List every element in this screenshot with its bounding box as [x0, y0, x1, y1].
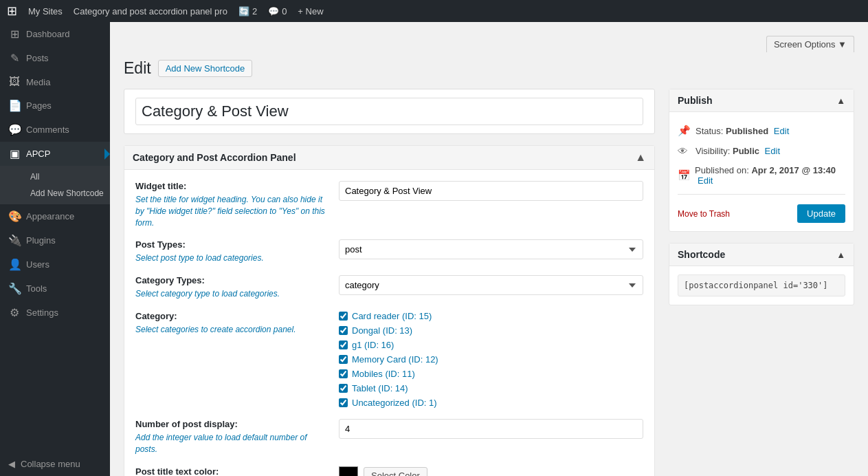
category-desc: Select categories to create accordion pa… — [135, 324, 328, 336]
apcp-arrow — [104, 149, 110, 160]
status-icon: 📌 — [678, 125, 691, 137]
category-types-select[interactable]: category tag custom — [339, 275, 643, 295]
publish-box-title: Publish — [678, 95, 713, 106]
users-icon: 👤 — [8, 258, 21, 271]
post-title-color-button[interactable]: Select Color — [364, 467, 427, 476]
publish-visibility-value: Public — [733, 146, 759, 156]
publish-date-row: 📅 Published on: Apr 2, 2017 @ 13:40 Edit — [678, 161, 845, 190]
shortcode-box-body: [postaccordionpanel id='330'] — [669, 266, 854, 305]
pages-icon: 📄 — [8, 99, 21, 112]
update-button[interactable]: Update — [797, 204, 845, 223]
sidebar-item-comments[interactable]: 💬 Comments — [0, 118, 110, 142]
accordion-panel-box: Category and Post Accordion Panel ▲ Widg… — [124, 145, 655, 476]
post-types-label-col: Post Types: Select post type to load cat… — [135, 239, 328, 264]
post-types-select[interactable]: post page custom — [339, 239, 643, 259]
apcp-icon: ▣ — [8, 147, 21, 160]
category-label-16[interactable]: g1 (ID: 16) — [352, 340, 394, 350]
widget-title-desc: Set the title for widget heading. You ca… — [135, 194, 328, 228]
sidebar-label-pages: Pages — [26, 100, 52, 111]
publish-date-edit[interactable]: Edit — [698, 175, 713, 186]
sidebar-item-media[interactable]: 🖼 Media — [0, 70, 110, 94]
category-label-14[interactable]: Tablet (ID: 14) — [352, 383, 408, 393]
screen-options-button[interactable]: Screen Options ▼ — [766, 36, 854, 52]
publish-visibility-label: Visibility: Public Edit — [695, 146, 780, 156]
category-checkbox-1[interactable] — [339, 398, 348, 407]
sidebar-sub-apcp: All Add New Shortcode — [0, 166, 110, 204]
move-to-trash-link[interactable]: Move to Trash — [678, 209, 730, 219]
category-checkbox-16[interactable] — [339, 340, 348, 349]
panel-box-body: Widget title: Set the title for widget h… — [124, 170, 654, 476]
page-title: Edit — [124, 59, 151, 78]
sidebar-item-settings[interactable]: ⚙ Settings — [0, 301, 110, 325]
post-types-desc: Select post type to load categories. — [135, 252, 328, 264]
sidebar-label-apcp: APCP — [26, 149, 50, 159]
category-label-11[interactable]: Mobiles (ID: 11) — [352, 369, 415, 379]
visibility-icon: 👁 — [678, 145, 691, 157]
post-title-color-swatch[interactable] — [339, 466, 358, 476]
content-sidebar: Publish ▲ 📌 Status: Published Edit 👁 — [669, 89, 854, 316]
publish-actions: Move to Trash Update — [678, 199, 845, 223]
sidebar-item-tools[interactable]: 🔧 Tools — [0, 277, 110, 301]
category-label-13[interactable]: Dongal (ID: 13) — [352, 325, 412, 336]
panel-toggle-icon: ▲ — [635, 151, 646, 164]
sidebar-item-dashboard[interactable]: ⊞ Dashboard — [0, 22, 110, 46]
posts-icon: ✎ — [8, 52, 21, 65]
category-label-15[interactable]: Card reader (ID: 15) — [352, 311, 432, 321]
num-posts-label-col: Number of post display: Add the integer … — [135, 419, 328, 455]
publish-status-edit[interactable]: Edit — [774, 126, 789, 136]
content-layout: Category and Post Accordion Panel ▲ Widg… — [124, 89, 854, 476]
list-item: Uncategorized (ID: 1) — [339, 398, 643, 408]
wp-logo-icon[interactable]: ⊞ — [7, 3, 17, 19]
site-name-link[interactable]: Category and post accordion panel pro — [74, 6, 227, 17]
post-title-input[interactable] — [135, 98, 643, 125]
updates-link[interactable]: 🔄 2 — [238, 6, 257, 17]
sidebar-item-pages[interactable]: 📄 Pages — [0, 94, 110, 118]
panel-box-header[interactable]: Category and Post Accordion Panel ▲ — [124, 146, 654, 170]
publish-visibility-edit[interactable]: Edit — [765, 146, 780, 156]
sidebar-sub-add-new[interactable]: Add New Shortcode — [25, 185, 110, 202]
publish-visibility-row: 👁 Visibility: Public Edit — [678, 141, 845, 161]
collapse-icon: ◀ — [8, 459, 15, 469]
comments-icon: 💬 — [8, 123, 21, 136]
collapse-menu-btn[interactable]: ◀ Collapse menu — [0, 452, 110, 476]
list-item: Mobiles (ID: 11) — [339, 369, 643, 379]
sidebar-label-settings: Settings — [26, 307, 58, 318]
category-label-1[interactable]: Uncategorized (ID: 1) — [352, 398, 437, 408]
post-title-color-row: Post title text color: Add color code or… — [135, 466, 643, 476]
widget-title-field[interactable] — [339, 181, 643, 201]
category-control: Card reader (ID: 15) Dongal (ID: 13) g1 … — [339, 311, 643, 408]
page-header: Edit Add New Shortcode — [124, 59, 854, 78]
publish-box-header: Publish ▲ — [669, 89, 854, 112]
shortcode-value[interactable]: [postaccordionpanel id='330'] — [678, 274, 845, 296]
sidebar-label-appearance: Appearance — [26, 211, 74, 221]
sidebar-item-apcp[interactable]: ▣ APCP — [0, 142, 110, 166]
publish-date-label: Published on: Apr 2, 2017 @ 13:40 Edit — [695, 165, 845, 186]
collapse-label: Collapse menu — [21, 459, 80, 469]
category-checkbox-11[interactable] — [339, 369, 348, 378]
num-posts-input[interactable] — [339, 419, 643, 439]
sidebar-item-posts[interactable]: ✎ Posts — [0, 46, 110, 70]
category-checkbox-13[interactable] — [339, 326, 348, 335]
category-types-row: Category Types: Select category type to … — [135, 275, 643, 300]
category-row: Category: Select categories to create ac… — [135, 311, 643, 408]
category-checkbox-15[interactable] — [339, 312, 348, 321]
publish-box: Publish ▲ 📌 Status: Published Edit 👁 — [669, 89, 854, 232]
post-types-row: Post Types: Select post type to load cat… — [135, 239, 643, 264]
sidebar-sub-all[interactable]: All — [25, 169, 110, 185]
post-title-color-control: Select Color — [339, 466, 643, 476]
category-checkbox-14[interactable] — [339, 384, 348, 393]
publish-collapse-icon[interactable]: ▲ — [836, 96, 845, 106]
new-link[interactable]: + New — [298, 6, 323, 17]
add-new-shortcode-button[interactable]: Add New Shortcode — [158, 60, 253, 77]
sidebar-item-appearance[interactable]: 🎨 Appearance — [0, 204, 110, 228]
category-checkbox-12[interactable] — [339, 355, 348, 364]
shortcode-collapse-icon[interactable]: ▲ — [836, 250, 845, 260]
sidebar-item-users[interactable]: 👤 Users — [0, 252, 110, 277]
comments-link[interactable]: 💬 0 — [268, 6, 287, 17]
category-label-12[interactable]: Memory Card (ID: 12) — [352, 354, 438, 365]
sidebar-item-plugins[interactable]: 🔌 Plugins — [0, 228, 110, 252]
publish-status-value: Published — [726, 126, 768, 136]
category-types-label-col: Category Types: Select category type to … — [135, 275, 328, 300]
post-title-color-label: Post title text color: — [135, 466, 328, 476]
my-sites-link[interactable]: My Sites — [28, 6, 63, 17]
